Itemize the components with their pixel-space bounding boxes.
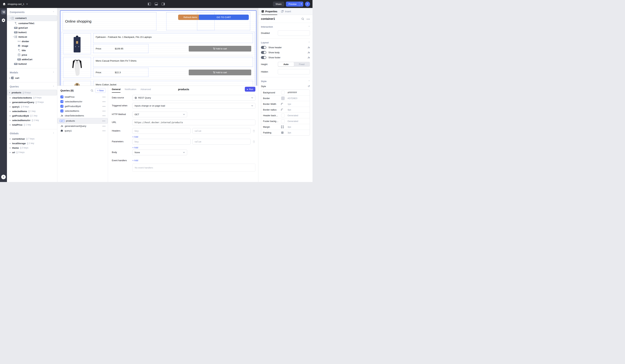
product-title-widget[interactable]: Fjallraven - Foldsack No. 1 Backpack, Fi…: [93, 33, 253, 43]
tree-item-container1[interactable]: ▼+container1: [7, 15, 57, 21]
preview-button-label[interactable]: Preview: [286, 1, 299, 7]
style-section-header[interactable]: Style⌃: [261, 80, 310, 83]
datasources-hexagon-icon[interactable]: [1, 18, 5, 22]
tree-item-addtoCart[interactable]: BtnaddtoCart: [7, 57, 57, 62]
interaction-section-header[interactable]: Interaction⌃: [261, 26, 310, 28]
product-image-widget[interactable]: [63, 33, 91, 54]
components-collapse-chevron-icon[interactable]: ⌃: [53, 11, 54, 13]
style-reset-icon[interactable]: ↺: [308, 85, 310, 88]
header-value-input[interactable]: [192, 128, 251, 134]
global-localStorage[interactable]: ▶localStorage{} 1 key: [7, 141, 57, 145]
sidebar-query-generateInsertQuery[interactable]: ▶generateInsertQuery{} 9 keys: [7, 100, 57, 105]
expand-caret-icon[interactable]: ▶: [10, 152, 11, 153]
style-row-footer-backg-[interactable]: Footer backg…Generated: [261, 118, 310, 124]
global-currentUser[interactable]: ▶currentUser{} 7 keys: [7, 137, 57, 141]
color-swatch[interactable]: [281, 119, 285, 123]
expand-caret-icon[interactable]: ▶: [10, 111, 11, 112]
go-to-cart-button[interactable]: GO TO CART: [199, 15, 249, 20]
expand-caret-icon[interactable]: ▶: [10, 97, 11, 99]
style-chevron-icon[interactable]: ⌃: [308, 80, 310, 83]
color-swatch[interactable]: [281, 96, 285, 100]
query-row-totalPrice[interactable]: ftotalPrice•••: [57, 95, 108, 99]
delete-parameter-icon[interactable]: [252, 140, 255, 143]
height-segmented-control[interactable]: AutoFixed: [278, 62, 310, 67]
query-row-clearSelectedtems[interactable]: JsclearSelectedtems•••: [57, 113, 108, 118]
add-header-link[interactable]: + Add: [132, 136, 138, 138]
triggered-when-select[interactable]: Inputs change or on page load: [132, 103, 255, 109]
avatar[interactable]: F: [305, 1, 310, 7]
toggle-right-panel-icon[interactable]: [162, 3, 165, 5]
global-theme[interactable]: ▶theme{} 3 keys: [7, 145, 57, 150]
query-kebab-icon[interactable]: •••: [102, 120, 106, 122]
sidebar-query-products[interactable]: ▶products{} 9 keys: [7, 90, 57, 95]
js-badge[interactable]: Js: [308, 51, 310, 54]
add-parameter-link[interactable]: + Add: [132, 146, 138, 149]
sidebar-query-selectedItemsArr[interactable]: ▶selectedItemsArr{} 1 key: [7, 118, 57, 122]
share-button[interactable]: Share: [273, 1, 284, 7]
sidebar-query-query1[interactable]: ▶query1{} 9 keys: [7, 105, 57, 109]
expand-caret-icon[interactable]: ▶: [10, 147, 11, 149]
new-query-button[interactable]: + New: [95, 88, 106, 93]
expand-caret-icon[interactable]: ▶: [10, 115, 11, 117]
home-icon[interactable]: [2, 2, 6, 6]
layout-section-header[interactable]: Layout⌃: [261, 41, 310, 44]
js-badge[interactable]: Js: [308, 46, 310, 49]
query-kebab-icon[interactable]: •••: [102, 114, 106, 117]
sidebar-query-totalPrice[interactable]: ▶totalPrice{} 1 key: [7, 122, 57, 127]
toggle-left-panel-icon[interactable]: [148, 3, 151, 5]
expand-caret-icon[interactable]: ▶: [10, 119, 11, 121]
product-image-widget[interactable]: [63, 57, 91, 78]
style-row-border[interactable]: Border#D7D9E0: [261, 95, 310, 101]
modals-collapse-chevron-icon[interactable]: ⌃: [53, 71, 54, 74]
tab-properties[interactable]: Properties: [261, 8, 277, 15]
query-kebab-icon[interactable]: •••: [102, 100, 106, 103]
tree-caret-icon[interactable]: ▼: [9, 17, 11, 19]
js-badge[interactable]: Js: [308, 56, 310, 59]
query-kebab-icon[interactable]: •••: [102, 96, 106, 98]
style-row-margin[interactable]: Margin3px: [261, 124, 310, 130]
data-source-select[interactable]: REST Query: [132, 95, 255, 101]
sidebar-query-getProductById[interactable]: ▶getProductById{} 1 key: [7, 113, 57, 118]
tree-caret-icon[interactable]: ▼: [12, 36, 14, 38]
online-shopping-title[interactable]: Online shopping: [65, 19, 92, 24]
modals-section-header[interactable]: Modals ⌃: [7, 68, 57, 76]
height-option-fixed[interactable]: Fixed: [294, 62, 310, 66]
query-row-generateInsertQuery[interactable]: JsgenerateInsertQuery•••: [57, 124, 108, 128]
preview-split-button[interactable]: Preview ▼: [286, 1, 303, 7]
tree-item-divider[interactable]: divider: [7, 39, 57, 44]
layout-chevron-icon[interactable]: ⌃: [308, 41, 310, 44]
query-kebab-icon[interactable]: •••: [102, 110, 106, 112]
queries-collapse-chevron-icon[interactable]: ⌃: [53, 85, 54, 88]
parameter-value-input[interactable]: [192, 139, 251, 144]
query-row-getProductById[interactable]: fgetProductById•••: [57, 104, 108, 109]
query-row-products[interactable]: GETproducts•••: [57, 118, 108, 124]
style-row-border-width[interactable]: Border Width1px: [261, 101, 310, 107]
query-tab-notification[interactable]: Notification: [125, 86, 136, 93]
component-kebab-icon[interactable]: •••: [307, 18, 310, 20]
tree-item-containerTitle1[interactable]: containerTitle1: [7, 21, 57, 26]
style-row-border-radius[interactable]: Border radius4px: [261, 107, 310, 112]
toggle-show-header[interactable]: [261, 46, 266, 49]
query-row-selectedItems[interactable]: xselectedItems•••: [57, 109, 108, 113]
global-url[interactable]: ▶url{} 3 keys: [7, 150, 57, 155]
url-input[interactable]: [132, 119, 255, 125]
tree-item-button1[interactable]: Btnbutton1: [7, 30, 57, 34]
style-row-header-back-[interactable]: Header back…Generated: [261, 112, 310, 118]
http-method-select[interactable]: GET: [132, 112, 187, 117]
app-name[interactable]: shopping-cart_1: [7, 3, 24, 5]
sidebar-query-clearSelectedtems[interactable]: ▶clearSelectedtems{} 9 keys: [7, 95, 57, 100]
globals-section-header[interactable]: Globals ⌃: [7, 129, 57, 137]
tab-insert[interactable]: Insert: [281, 8, 291, 15]
disabled-input[interactable]: [278, 30, 310, 36]
delete-header-icon[interactable]: [252, 130, 255, 132]
tree-item-image[interactable]: image: [7, 44, 57, 48]
expand-caret-icon[interactable]: ▶: [10, 138, 11, 140]
header-key-input[interactable]: [132, 128, 191, 134]
query-kebab-icon[interactable]: •••: [102, 125, 106, 127]
query-kebab-icon[interactable]: •••: [102, 105, 106, 108]
queries-section-header[interactable]: Queries ⌃: [7, 83, 57, 90]
inspector-tree-icon[interactable]: [1, 10, 6, 14]
expand-caret-icon[interactable]: ▶: [10, 106, 11, 108]
price-widget[interactable]: Price:$22.3: [93, 68, 148, 77]
toggle-show-body[interactable]: [261, 51, 266, 54]
